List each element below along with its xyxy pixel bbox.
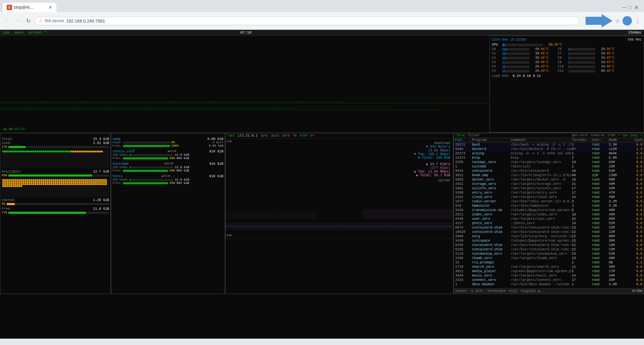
cpu-pct-overall: 2%	[544, 43, 553, 47]
proc-row[interactable]: 1601sysinfo_serv/var/targets/sysinfo_ser…	[454, 186, 644, 191]
proc-row[interactable]: 2315connect_serv/var/targets/connect_ser…	[454, 278, 644, 282]
proc-program: cloud_serv	[472, 195, 511, 199]
proc-row[interactable]: 10528containerd-shim/usr/bin/containerd-…	[454, 230, 644, 234]
proc-threads: 14	[572, 274, 592, 278]
proc-cpu-pct: 0.0	[627, 160, 642, 164]
net-y-bottom: 84K	[226, 234, 232, 237]
proc-row[interactable]: 6156containerd-shim/usr/bin/containerd-s…	[454, 243, 644, 247]
back-button[interactable]: ←	[3, 17, 11, 24]
proc-memb: 49M	[609, 182, 627, 186]
cpu-core-row-2: C2 3% 46°C C8 1% 45°C	[492, 56, 642, 60]
proc-threads: 17	[572, 278, 592, 282]
proc-col-program[interactable]: Program:	[472, 138, 511, 142]
cpu-model: 12th Gen i5-1235U	[492, 38, 526, 42]
proc-row[interactable]: 2119syncbackup_serv/var/targets/syncback…	[454, 252, 644, 256]
reload-button[interactable]: ↻	[25, 17, 32, 25]
proc-row[interactable]: 25272bash/bin/bash -c arping -D -c 2 -I …	[454, 143, 644, 147]
proc-col-user[interactable]: User:	[592, 138, 609, 142]
proc-col-memb[interactable]: MemB	[609, 138, 627, 142]
mem-free-val: 11.8 GiB	[93, 207, 109, 211]
disk-hosts-size: 916 GiB	[209, 175, 223, 178]
disk-hosts-name: hosts	[113, 175, 123, 178]
swap-free-bar	[123, 145, 170, 147]
proc-row[interactable]: 25274arpingarping -D -c 2 -I eth0 192.16…	[454, 151, 644, 156]
hostname-free-pct: 99%	[170, 169, 175, 172]
proc-row[interactable]: 1dbus-daemon/usr/bin/dbus-daemon --syste…	[454, 282, 644, 287]
proc-row[interactable]: 2549user_serv/var/targets/user_serv32roo…	[454, 217, 644, 221]
top-bar-interval: 1500ms	[628, 31, 641, 35]
proc-cpu-pct: 0.0	[627, 221, 642, 225]
proc-row[interactable]: 3621media_player/ugreen/@appstore/com.ug…	[454, 269, 644, 274]
proc-col-threads[interactable]: Threads:	[572, 138, 592, 142]
proc-row[interactable]: 3340transmission-da/volume1/@appstore/co…	[454, 208, 644, 212]
address-bar[interactable]: ⚠ Not secure 192.168.0.240:7681	[35, 17, 579, 25]
proc-row[interactable]: 2980Xorg/usr/lib/xorg/Xorg -nolisten tcp…	[454, 234, 644, 239]
top-bar-preset[interactable]: preset *	[29, 31, 47, 35]
proc-row[interactable]: 2162cloud_serv/var/targets/cloud_serv14r…	[454, 195, 644, 199]
proc-cpu-pct: 0.6	[627, 191, 642, 195]
proc-pid: 2432	[455, 182, 472, 186]
disk-resolv-name: resolv.conf	[113, 150, 135, 153]
proc-row[interactable]: 2521index_serv/var/targets/index_serv18r…	[454, 212, 644, 217]
proc-cpu-pct: 0.0	[627, 278, 642, 282]
proc-row[interactable]: 5503docker_serv/var/targets/docker_serv …	[454, 178, 644, 182]
proc-cpu-pct: 0.6	[627, 195, 642, 199]
proc-cpu-lazy[interactable]: < cpu lazy >	[618, 134, 642, 137]
menu-dots-icon[interactable]: ⋮	[635, 17, 641, 24]
proc-reverse[interactable]: reverse	[591, 134, 605, 137]
disk-swap-size: 5.99 GiB	[207, 137, 223, 141]
proc-col-command[interactable]: Command:	[511, 138, 572, 142]
proc-user: root	[592, 269, 609, 273]
browser-tab[interactable]: b btop@4c... ✕	[3, 3, 56, 12]
proc-row[interactable]: 2255taskmgr_serv/var/targets/taskmgr_ser…	[454, 160, 644, 164]
proc-cpu-pct: 1.3	[627, 169, 642, 173]
proc-user: root	[592, 217, 609, 221]
proc-row[interactable]: 3439syncspace/volume1/@appstore/com.ugre…	[454, 239, 644, 243]
proc-cpu-pct: 1.3	[627, 261, 642, 264]
proc-row[interactable]: 5543containerd/usr/bin/containerd18root5…	[454, 169, 644, 173]
proc-user: root	[592, 239, 609, 243]
top-bar-menu[interactable]: menu	[15, 31, 24, 35]
proc-command: /usr/bin/dockerd -H fd:// --containerd=/…	[511, 147, 572, 151]
hosts-used-label: Used:	[119, 178, 128, 182]
proc-per-core[interactable]: per-core	[572, 134, 588, 137]
proc-row[interactable]: 6079containerd-shim/usr/bin/containerd-s…	[454, 226, 644, 230]
proc-program: search_serv	[472, 265, 511, 269]
proc-memb: 5.6M	[609, 156, 627, 160]
restore-button[interactable]: □	[629, 5, 632, 10]
bookmark-star-icon[interactable]: ☆	[615, 18, 620, 24]
proc-cpu-pct: 0.0	[627, 256, 642, 260]
proc-row[interactable]: 3811beam.smp/usr/lib/erlang/erts-13.1.5/…	[454, 173, 644, 178]
forward-button[interactable]: →	[14, 17, 22, 24]
mem-used-val: 2.61 GiB	[93, 141, 109, 145]
proc-row[interactable]: 2719search_serv/var/targets/search_serv1…	[454, 265, 644, 269]
proc-row[interactable]: 1577redis-server/usr/bin/redis-server 12…	[454, 199, 644, 204]
proc-command: /volume1/@appstore/com.ugreen.syncbackup…	[511, 239, 572, 243]
proc-row[interactable]: 2286thumb_serv/var/targets/thumb_serv13r…	[454, 256, 644, 260]
proc-row[interactable]: 5560dockerd/usr/bin/dockerd -H fd:// --c…	[454, 147, 644, 151]
proc-row[interactable]: 1830entry_serv/var/targets/entry_serv17r…	[454, 191, 644, 195]
proc-row[interactable]: 976hwmonitor/usr/sbin/hwmonitor3root3.2M…	[454, 204, 644, 208]
tab-close-button[interactable]: ✕	[48, 5, 52, 10]
proc-row[interactable]: 11372btopbtop2root5.6M1.3	[454, 156, 644, 160]
profile-avatar[interactable]	[622, 16, 632, 26]
proc-row[interactable]: 2432storage_serv/var/targets/storage_ser…	[454, 182, 644, 186]
mem-avail-visualization: (function(){ const c = document.currentS…	[2, 179, 109, 197]
proc-row[interactable]: 4634music_serv/var/targets/music_serv14r…	[454, 274, 644, 278]
proc-user: root	[592, 230, 609, 234]
net-zero: zero	[282, 134, 290, 138]
proc-row[interactable]: 1systemd/sbin/init1root15M0.6	[454, 164, 644, 169]
proc-col-cpu[interactable]: Cpu%	[627, 138, 642, 142]
proc-threads: 1	[572, 165, 592, 168]
minimize-button[interactable]: ─	[622, 4, 626, 10]
proc-command: /var/targets/syncbackup_serv	[511, 252, 572, 256]
disks-panel-title: *disks	[113, 133, 127, 134]
proc-row[interactable]: 4127photo_serv./photo_serv14root52M0.0	[454, 221, 644, 226]
proc-tree[interactable]: tree	[607, 134, 615, 137]
proc-col-pid[interactable]: Pid:	[455, 138, 472, 142]
proc-cpu-pct: 0.0	[627, 152, 642, 155]
proc-row[interactable]: 15rcu_preempt1root0B1.3	[454, 260, 644, 265]
proc-row[interactable]: 6185containerd-shim/usr/bin/containerd-s…	[454, 247, 644, 252]
close-button[interactable]: ✕	[634, 4, 639, 11]
proc-memb: 15M	[609, 226, 627, 230]
